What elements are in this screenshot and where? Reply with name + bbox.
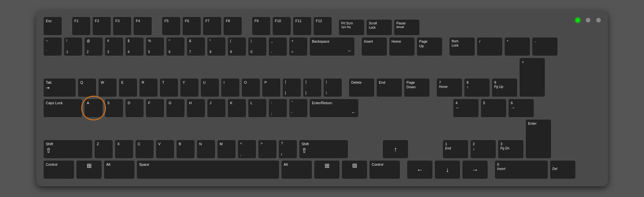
key-num6[interactable]: 6 → [508,99,534,118]
key-scrolllock[interactable]: Scroll Lock [366,19,392,35]
key-d[interactable]: D [125,99,144,118]
key-9[interactable]: ( 9 [227,37,246,56]
key-prtscr[interactable]: Prt Scrn Sys Rq [339,19,365,35]
key-5[interactable]: % 5 [146,37,164,56]
key-a[interactable]: A [84,99,103,118]
key-e[interactable]: E [119,78,137,97]
key-n[interactable]: N [197,140,215,159]
key-b[interactable]: B [176,140,195,159]
key-minus[interactable]: _ - [268,37,287,56]
key-arrow-right[interactable]: → [462,160,488,179]
key-arrow-down[interactable]: ↓ [434,160,460,179]
key-pagedown[interactable]: Page Down [404,78,430,97]
key-ctrl-right[interactable]: Control [369,160,400,179]
key-f5[interactable]: F5 [162,17,181,35]
key-shift-right[interactable]: Shift ⇧ [299,140,348,159]
key-f3[interactable]: F3 [113,17,132,35]
key-pause[interactable]: Pause Break [394,19,420,35]
key-period[interactable]: > . [258,140,277,159]
key-m[interactable]: M [217,140,236,159]
key-backtick[interactable]: ~ ` [43,37,62,56]
key-equals[interactable]: + = [289,37,308,56]
key-1[interactable]: ! 1 [64,37,83,56]
key-f7[interactable]: F7 [203,17,222,35]
key-num-enter[interactable]: Enter [525,119,551,159]
key-slash[interactable]: ? / [278,140,297,159]
key-f11[interactable]: F11 [293,17,312,35]
key-end[interactable]: End [376,78,402,97]
key-2[interactable]: @ 2 [84,37,103,56]
key-capslock[interactable]: Caps Lock [43,99,83,118]
key-c[interactable]: C [135,140,154,159]
key-enter[interactable]: Enter/Return ← [309,99,359,118]
key-backspace[interactable]: Backspace ← [309,37,355,56]
key-num1[interactable]: 1 End [443,140,469,159]
key-3[interactable]: # 3 [105,37,123,56]
key-num-decimal[interactable]: . Del [550,160,576,179]
key-win-right[interactable]: ⊞ [314,160,340,179]
key-alt-left[interactable]: Alt [104,160,135,179]
key-8[interactable]: * 8 [207,37,226,56]
key-o[interactable]: O [241,78,260,97]
key-7[interactable]: & 7 [187,37,205,56]
key-num-plus[interactable]: + [519,58,545,97]
key-num2[interactable]: 2 ↓ [470,140,496,159]
key-f4[interactable]: F4 [133,17,152,35]
key-esc[interactable]: Esc [43,17,62,35]
key-lbracket[interactable]: { [ [282,78,301,97]
key-rbracket[interactable]: } ] [303,78,322,97]
key-u[interactable]: U [200,78,219,97]
key-numlock[interactable]: Num Lock [449,37,475,56]
key-f6[interactable]: F6 [182,17,201,35]
key-home[interactable]: Home [389,37,415,56]
key-backslash[interactable]: | \ [323,78,342,97]
key-num-slash[interactable]: / [477,37,503,56]
key-arrow-up[interactable]: ↑ [382,140,408,159]
key-shift-left[interactable]: Shift ⇧ [43,140,93,159]
key-y[interactable]: Y [180,78,199,97]
key-v[interactable]: V [156,140,174,159]
key-num8[interactable]: 8 ↑ [464,78,490,97]
key-s[interactable]: S [105,99,123,118]
key-z[interactable]: Z [94,140,113,159]
key-f2[interactable]: F2 [92,17,111,35]
key-f1[interactable]: F1 [72,17,91,35]
key-num7[interactable]: 7 Home [436,78,462,97]
key-r[interactable]: R [139,78,158,97]
key-k[interactable]: K [227,99,246,118]
key-delete[interactable]: Delete [349,78,375,97]
key-f12[interactable]: F12 [313,17,332,35]
key-f10[interactable]: F10 [272,17,291,35]
key-f[interactable]: F [146,99,164,118]
key-num3[interactable]: 3 Pg Dn [498,140,524,159]
key-num-multiply[interactable]: * [504,37,530,56]
key-tab[interactable]: Tab ⇥ [43,78,76,97]
key-semicolon[interactable]: : ; [268,99,287,118]
key-w[interactable]: W [98,78,117,97]
key-j[interactable]: J [207,99,226,118]
key-g[interactable]: G [166,99,185,118]
key-win-left[interactable]: ⊞ [76,160,102,179]
key-num4[interactable]: 4 ← [453,99,479,118]
key-num-minus[interactable]: - [532,37,558,56]
key-6[interactable]: ^ 6 [166,37,185,56]
key-x[interactable]: X [115,140,134,159]
key-p[interactable]: P [262,78,281,97]
key-num0[interactable]: 0 Insert [495,160,548,179]
key-alt-right[interactable]: Alt [281,160,312,179]
key-quote[interactable]: " ' [289,99,308,118]
key-4[interactable]: $ 4 [125,37,144,56]
key-insert[interactable]: Insert [361,37,387,56]
key-l[interactable]: L [248,99,267,118]
key-menu[interactable]: ▤ [341,160,367,179]
key-f8[interactable]: F8 [223,17,242,35]
key-pageup[interactable]: Page Up [417,37,443,56]
key-comma[interactable]: < , [238,140,256,159]
key-space[interactable]: Space [136,160,279,179]
key-h[interactable]: H [187,99,205,118]
key-q[interactable]: Q [78,78,97,97]
key-t[interactable]: T [160,78,178,97]
key-num9[interactable]: 9 Pg Up [492,78,518,97]
key-num5[interactable]: 5 [481,99,507,118]
key-f9[interactable]: F9 [252,17,271,35]
